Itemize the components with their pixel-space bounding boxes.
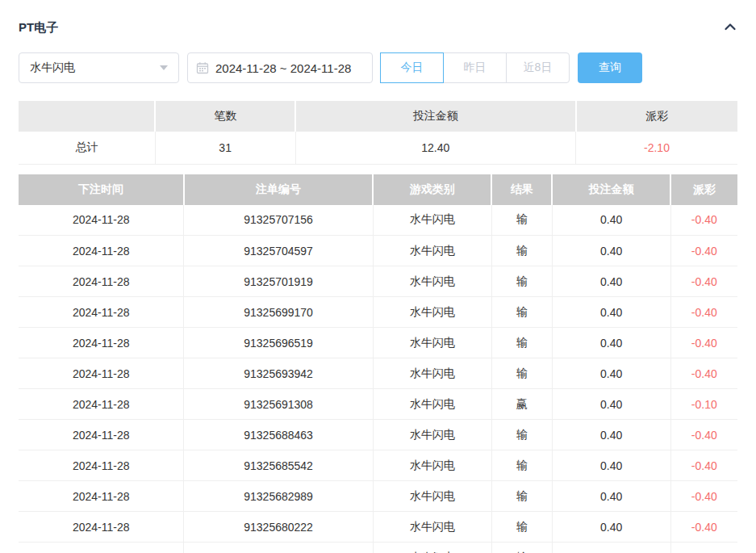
table-row: 2024-11-28 91325707156 水牛闪电 输 0.40 -0.40 xyxy=(19,205,737,236)
cell-bet-time: 2024-11-28 xyxy=(19,389,184,420)
quick-range-group: 今日 昨日 近8日 xyxy=(381,52,570,83)
cell-result: 输 xyxy=(491,297,552,328)
table-row: 2024-11-28 91325680222 水牛闪电 输 0.40 -0.40 xyxy=(19,512,737,543)
cell-result: 输 xyxy=(491,266,552,297)
cell-result: 输 xyxy=(491,358,552,389)
cell-payout: -0.40 xyxy=(670,205,737,236)
cell-bet-time: 2024-11-28 xyxy=(19,236,184,266)
cell-game-type: 水牛闪电 xyxy=(373,236,491,266)
cell-bet-id: 91325704597 xyxy=(184,236,373,266)
table-row: 2024-11-28 91325699170 水牛闪电 输 0.40 -0.40 xyxy=(19,297,737,328)
table-row: 水牛闪电 输 xyxy=(19,543,737,553)
cell-bet-time: 2024-11-28 xyxy=(19,297,184,328)
game-select[interactable]: 水牛闪电 xyxy=(19,52,179,83)
table-row: 2024-11-28 91325696519 水牛闪电 输 0.40 -0.40 xyxy=(19,328,737,358)
records-header-cell: 下注时间 xyxy=(19,174,184,205)
table-row: 2024-11-28 91325704597 水牛闪电 输 0.40 -0.40 xyxy=(19,236,737,266)
cell-payout: -0.40 xyxy=(670,328,737,358)
cell-bet-amount: 0.40 xyxy=(552,266,670,297)
cell-payout: -0.40 xyxy=(670,236,737,266)
cell-payout: -0.40 xyxy=(670,481,737,512)
table-row: 2024-11-28 91325701919 水牛闪电 输 0.40 -0.40 xyxy=(19,266,737,297)
cell-bet-amount xyxy=(552,543,670,553)
summary-header-cell: 投注金额 xyxy=(295,101,575,132)
cell-bet-time: 2024-11-28 xyxy=(19,266,184,297)
cell-bet-id: 91325701919 xyxy=(184,266,373,297)
cell-game-type: 水牛闪电 xyxy=(373,481,491,512)
cell-bet-amount: 0.40 xyxy=(552,236,670,266)
summary-header-cell xyxy=(19,101,155,132)
cell-bet-time: 2024-11-28 xyxy=(19,420,184,450)
cell-game-type: 水牛闪电 xyxy=(373,420,491,450)
caret-down-icon xyxy=(160,65,168,70)
cell-bet-time: 2024-11-28 xyxy=(19,450,184,481)
records-table: 下注时间 注单编号 游戏类别 结果 投注金额 派彩 2024-11-28 913… xyxy=(19,174,737,553)
cell-bet-id: 91325688463 xyxy=(184,420,373,450)
cell-result: 输 xyxy=(491,236,552,266)
table-row: 2024-11-28 91325682989 水牛闪电 输 0.40 -0.40 xyxy=(19,481,737,512)
records-header-cell: 结果 xyxy=(491,174,552,205)
range-button[interactable]: 昨日 xyxy=(443,52,507,83)
cell-bet-amount: 0.40 xyxy=(552,481,670,512)
cell-bet-amount: 0.40 xyxy=(552,205,670,236)
cell-bet-time: 2024-11-28 xyxy=(19,328,184,358)
cell-game-type: 水牛闪电 xyxy=(373,512,491,543)
cell-result: 输 xyxy=(491,420,552,450)
date-range-value: 2024-11-28 ~ 2024-11-28 xyxy=(215,61,351,75)
records-header-row: 下注时间 注单编号 游戏类别 结果 投注金额 派彩 xyxy=(19,174,737,205)
range-button[interactable]: 今日 xyxy=(380,52,444,83)
records-header-cell: 游戏类别 xyxy=(373,174,491,205)
cell-payout: -0.10 xyxy=(670,389,737,420)
cell-bet-amount: 0.40 xyxy=(552,297,670,328)
cell-bet-id xyxy=(184,543,373,553)
cell-result: 输 xyxy=(491,205,552,236)
cell-result: 输 xyxy=(491,481,552,512)
summary-table: 笔数 投注金额 派彩 总计 31 12.40 -2.10 xyxy=(19,101,737,165)
cell-result: 输 xyxy=(491,543,552,553)
collapse-button[interactable] xyxy=(723,21,737,35)
cell-payout: -0.40 xyxy=(670,266,737,297)
cell-bet-id: 91325691308 xyxy=(184,389,373,420)
cell-game-type: 水牛闪电 xyxy=(373,450,491,481)
panel-header: PT电子 xyxy=(19,19,737,36)
cell-bet-amount: 0.40 xyxy=(552,358,670,389)
records-header-cell: 派彩 xyxy=(670,174,737,205)
filter-bar: 水牛闪电 2024-11-28 ~ 2024-11-28 xyxy=(19,52,737,83)
cell-payout: -0.40 xyxy=(670,297,737,328)
cell-bet-id: 91325707156 xyxy=(184,205,373,236)
range-button[interactable]: 近8日 xyxy=(506,52,570,83)
cell-bet-amount: 0.40 xyxy=(552,389,670,420)
game-select-value: 水牛闪电 xyxy=(30,61,75,75)
table-row: 2024-11-28 91325685542 水牛闪电 输 0.40 -0.40 xyxy=(19,450,737,481)
cell-bet-amount: 0.40 xyxy=(552,420,670,450)
date-range-input[interactable]: 2024-11-28 ~ 2024-11-28 xyxy=(187,52,373,83)
cell-bet-id: 91325699170 xyxy=(184,297,373,328)
summary-header-row: 笔数 投注金额 派彩 xyxy=(19,101,737,132)
summary-header-cell: 笔数 xyxy=(155,101,295,132)
cell-game-type: 水牛闪电 xyxy=(373,389,491,420)
records-header-cell: 注单编号 xyxy=(184,174,373,205)
cell-payout: -0.40 xyxy=(670,420,737,450)
records-header-cell: 投注金额 xyxy=(552,174,670,205)
cell-payout: -0.40 xyxy=(670,358,737,389)
cell-result: 输 xyxy=(491,328,552,358)
table-row: 2024-11-28 91325688463 水牛闪电 输 0.40 -0.40 xyxy=(19,420,737,450)
cell-bet-amount: 0.40 xyxy=(552,512,670,543)
cell-payout: -0.40 xyxy=(670,512,737,543)
cell-game-type: 水牛闪电 xyxy=(373,358,491,389)
cell-game-type: 水牛闪电 xyxy=(373,328,491,358)
page-title: PT电子 xyxy=(19,20,58,36)
cell-bet-amount: 0.40 xyxy=(552,328,670,358)
query-button[interactable]: 查询 xyxy=(578,52,642,83)
cell-game-type: 水牛闪电 xyxy=(373,266,491,297)
summary-count: 31 xyxy=(155,132,295,164)
cell-game-type: 水牛闪电 xyxy=(373,543,491,553)
report-panel: PT电子 水牛闪电 xyxy=(0,0,756,553)
cell-bet-id: 91325680222 xyxy=(184,512,373,543)
cell-payout xyxy=(670,543,737,553)
summary-total-label: 总计 xyxy=(19,132,155,164)
cell-result: 赢 xyxy=(491,389,552,420)
table-row: 2024-11-28 91325693942 水牛闪电 输 0.40 -0.40 xyxy=(19,358,737,389)
table-row: 2024-11-28 91325691308 水牛闪电 赢 0.40 -0.10 xyxy=(19,389,737,420)
cell-result: 输 xyxy=(491,450,552,481)
